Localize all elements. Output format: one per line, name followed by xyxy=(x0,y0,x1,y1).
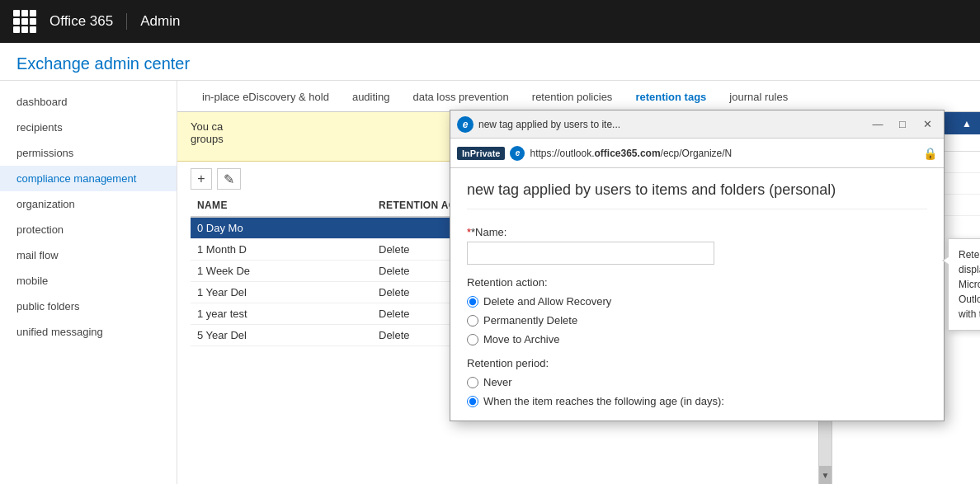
sidebar-item-public-folders[interactable]: public folders xyxy=(0,294,177,319)
waffle-button[interactable] xyxy=(10,7,40,36)
ie-icon: e xyxy=(457,116,474,133)
form-page-title: new tag applied by users to items and fo… xyxy=(467,181,927,209)
edit-button[interactable]: ✎ xyxy=(217,168,241,190)
close-button[interactable]: ✕ xyxy=(917,115,937,134)
address-ie-icon: e xyxy=(510,146,525,161)
scroll-down-button[interactable]: ▼ xyxy=(819,466,832,484)
page-body: Exchange admin center dashboard recipien… xyxy=(0,43,980,484)
tooltip-bubble: Retention tag names are displayed to use… xyxy=(948,238,980,331)
retention-action-radio-group: Delete and Allow Recovery Permanently De… xyxy=(467,295,927,345)
sidebar-item-dashboard[interactable]: dashboard xyxy=(0,89,177,115)
sidebar-item-unified-messaging[interactable]: unified messaging xyxy=(0,319,177,345)
tab-in-place-ediscovery[interactable]: in-place eDiscovery & hold xyxy=(191,84,341,111)
main-tabs: in-place eDiscovery & hold auditing data… xyxy=(177,81,980,112)
waffle-icon xyxy=(13,10,36,33)
retention-period-section: Retention period: Never When the item re… xyxy=(467,357,927,407)
browser-popup: e new tag applied by users to ite... — □… xyxy=(450,110,945,421)
tab-retention-tags[interactable]: retention tags xyxy=(624,84,718,111)
section-name: Admin xyxy=(140,13,180,30)
minimize-button[interactable]: — xyxy=(868,115,888,134)
col-name: NAME xyxy=(191,195,372,217)
address-url[interactable]: https://outlook.office365.com/ecp/Organi… xyxy=(530,148,918,159)
name-field-group: **Name: xyxy=(467,226,927,265)
row-name: 1 Year Del xyxy=(191,282,372,303)
app-name: Office 365 xyxy=(40,13,127,30)
radio-never[interactable]: Never xyxy=(467,376,927,388)
form-area: new tag applied by users to items and fo… xyxy=(450,168,944,421)
sidebar: dashboard recipients permissions complia… xyxy=(0,81,177,484)
main-content: in-place eDiscovery & hold auditing data… xyxy=(177,81,980,484)
radio-when-item-reaches[interactable]: When the item reaches the following age … xyxy=(467,395,927,407)
radio-delete-allow-recovery[interactable]: Delete and Allow Recovery xyxy=(467,295,927,308)
tab-auditing[interactable]: auditing xyxy=(341,84,402,111)
row-name: 1 Week De xyxy=(191,261,372,282)
browser-title: new tag applied by users to ite... xyxy=(478,119,863,130)
browser-addressbar: InPrivate e https://outlook.office365.co… xyxy=(450,139,944,168)
retention-action-group: Retention action: Delete and Allow Recov… xyxy=(467,276,927,345)
lock-icon: 🔒 xyxy=(923,147,937,160)
period-radio-group: Never When the item reaches the followin… xyxy=(467,376,927,407)
sidebar-item-organization[interactable]: organization xyxy=(0,191,177,217)
add-button[interactable]: + xyxy=(191,168,212,190)
right-panel-scroll-icon: ▲ xyxy=(962,118,972,129)
name-label: **Name: xyxy=(467,226,927,238)
row-name: 1 year test xyxy=(191,303,372,325)
radio-move-to-archive[interactable]: Move to Archive xyxy=(467,333,927,345)
retention-period-label: Retention period: xyxy=(467,357,927,369)
tab-journal-rules[interactable]: journal rules xyxy=(718,84,799,111)
sidebar-item-recipients[interactable]: recipients xyxy=(0,115,177,140)
sidebar-item-permissions[interactable]: permissions xyxy=(0,140,177,166)
tab-data-loss-prevention[interactable]: data loss prevention xyxy=(401,84,520,111)
top-bar: Office 365 Admin xyxy=(0,0,980,43)
row-name: 1 Month D xyxy=(191,239,372,261)
restore-button[interactable]: □ xyxy=(893,115,912,134)
row-name: 0 Day Mo xyxy=(191,217,372,239)
sidebar-item-mobile[interactable]: mobile xyxy=(0,268,177,294)
radio-permanently-delete[interactable]: Permanently Delete xyxy=(467,314,927,327)
retention-action-label: Retention action: xyxy=(467,276,927,289)
row-name: 5 Year Del xyxy=(191,325,372,346)
sidebar-item-mail-flow[interactable]: mail flow xyxy=(0,242,177,268)
browser-titlebar: e new tag applied by users to ite... — □… xyxy=(450,110,944,139)
sidebar-item-protection[interactable]: protection xyxy=(0,217,177,242)
page-title: Exchange admin center xyxy=(0,43,980,81)
inprivate-badge: InPrivate xyxy=(457,147,505,160)
name-input[interactable] xyxy=(467,242,714,265)
sidebar-item-compliance-management[interactable]: compliance management xyxy=(0,166,177,191)
tab-retention-policies[interactable]: retention policies xyxy=(521,84,624,111)
content-area: dashboard recipients permissions complia… xyxy=(0,81,980,484)
